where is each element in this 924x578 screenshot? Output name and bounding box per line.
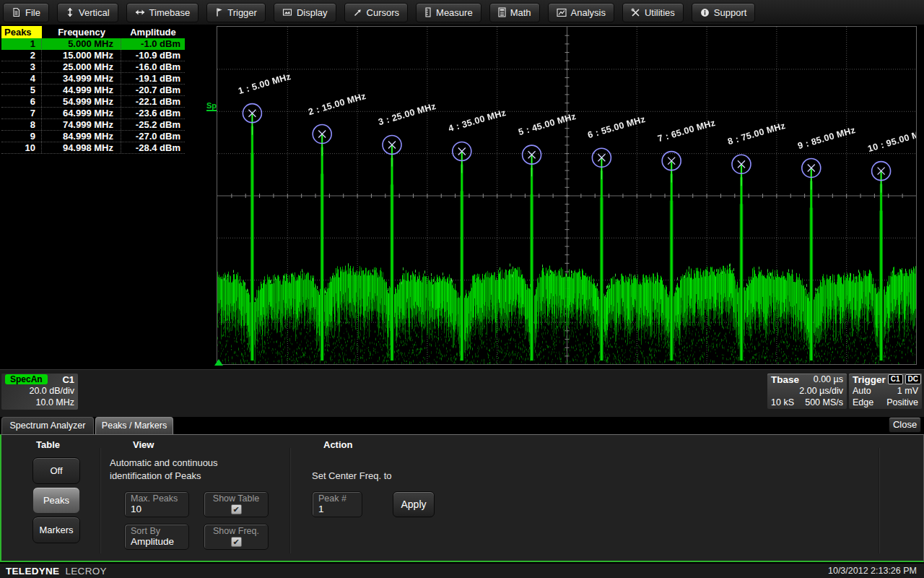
spectrum-graph[interactable]: 1 : 5.00 MHz2 : 15.00 MHz3 : 25.00 MHz4 … <box>217 26 917 365</box>
menu-timebase-label: Timebase <box>149 7 191 18</box>
menu-timebase-button[interactable]: Timebase <box>126 3 199 22</box>
table-cell: 2 <box>1 50 42 61</box>
table-cell: -20.7 dBm <box>121 85 185 95</box>
tab-peaks-markers[interactable]: Peaks / Markers <box>95 417 173 434</box>
table-cell: 44.999 MHz <box>42 85 121 95</box>
menu-display-label: Display <box>297 7 328 18</box>
clock-timestamp: 10/3/2012 2:13:26 PM <box>828 566 917 576</box>
table-cell: 9 <box>1 131 42 142</box>
table-markers-button[interactable]: Markers <box>32 517 80 543</box>
menu-cursors-button[interactable]: Cursors <box>344 3 409 22</box>
action-description: Set Center Freq. to <box>312 470 456 483</box>
peak-marker-x-icon <box>878 168 885 175</box>
peak-number-field[interactable]: Peak # 1 <box>312 491 362 517</box>
table-cell: 7 <box>1 108 42 118</box>
section-divider <box>289 448 291 553</box>
table-row[interactable]: 544.999 MHz-20.7 dBm <box>1 85 185 96</box>
menu-trigger-button[interactable]: Trigger <box>206 3 266 22</box>
table-row[interactable]: 654.999 MHz-22.1 dBm <box>1 96 185 108</box>
table-cell: 74.999 MHz <box>42 119 121 130</box>
peak-marker-layer <box>217 27 916 364</box>
action-section-header: Action <box>323 439 352 450</box>
peaks-table-header: Peaks Frequency Amplitude <box>1 26 185 38</box>
peak-number-label: Peak # <box>318 493 356 504</box>
show-table-label: Show Table <box>210 493 262 504</box>
specan-descriptor-tile[interactable]: SpecAn C1 20.0 dB/div 10.0 MHz <box>1 374 78 410</box>
table-cell: -27.0 dBm <box>121 131 185 142</box>
trigger-position-icon[interactable] <box>214 359 223 366</box>
brand-lecroy: LECROY <box>65 566 106 577</box>
trigger-title: Trigger <box>853 374 886 385</box>
table-row[interactable]: 984.999 MHz-27.0 dBm <box>1 131 185 142</box>
specan-span-value: 10.0 MHz <box>5 397 74 407</box>
close-button[interactable]: Close <box>889 417 921 433</box>
apply-button[interactable]: Apply <box>393 491 435 517</box>
table-cell: -28.4 dBm <box>121 142 185 153</box>
show-freq-label: Show Freq. <box>210 526 262 536</box>
table-cell: -1.0 dBm <box>121 38 185 49</box>
table-cell: 8 <box>1 119 42 130</box>
specan-badge: SpecAn <box>5 374 48 384</box>
menu-utilities-button[interactable]: Utilities <box>622 3 684 22</box>
max-peaks-field[interactable]: Max. Peaks 10 <box>124 491 189 517</box>
max-peaks-value: 10 <box>131 504 183 515</box>
menu-math-button[interactable]: Math <box>489 3 540 22</box>
show-table-field[interactable]: Show Table ✔ <box>204 491 269 517</box>
cursor-arrow-icon <box>353 8 362 17</box>
tbase-samples-value: 10 kS <box>771 397 794 407</box>
tbase-scale-value: 2.00 µs/div <box>771 386 843 396</box>
peaks-table-body: 15.000 MHz-1.0 dBm215.000 MHz-10.9 dBm32… <box>1 38 185 154</box>
menu-cursors-label: Cursors <box>367 7 400 18</box>
menu-display-button[interactable]: Display <box>274 3 336 22</box>
menu-measure-button[interactable]: Measure <box>416 3 481 22</box>
menu-math-label: Math <box>510 7 531 18</box>
sort-by-value: Amplitude <box>131 536 183 548</box>
table-row[interactable]: 434.999 MHz-19.1 dBm <box>1 73 185 85</box>
section-divider <box>100 448 101 553</box>
table-off-button[interactable]: Off <box>32 457 80 484</box>
tbase-title: Tbase <box>771 374 799 385</box>
menu-measure-label: Measure <box>436 7 473 18</box>
max-peaks-label: Max. Peaks <box>131 493 183 504</box>
horizontal-arrows-icon <box>135 8 145 17</box>
calculator-icon <box>498 7 506 17</box>
trigger-type-value: Edge <box>853 397 873 407</box>
sort-by-field[interactable]: Sort By Amplitude <box>124 524 189 550</box>
trigger-descriptor-tile[interactable]: Trigger C1 DC Auto 1 mV Edge Positive <box>849 374 922 409</box>
menu-support-label: Support <box>714 7 747 18</box>
peaks-header-cell: Peaks <box>1 26 42 38</box>
menu-vertical-button[interactable]: Vertical <box>57 3 118 22</box>
table-peaks-button[interactable]: Peaks <box>32 487 80 514</box>
timebase-descriptor-tile[interactable]: Tbase 0.00 µs 2.00 µs/div 10 kS 500 MS/s <box>767 374 847 409</box>
peak-marker-x-icon <box>598 154 605 161</box>
menu-support-button[interactable]: Support <box>692 3 756 22</box>
trigger-slope-value: Positive <box>886 397 918 407</box>
display-monitor-icon <box>282 8 292 17</box>
table-row[interactable]: 1094.998 MHz-28.4 dBm <box>1 142 185 154</box>
specan-channel-label: C1 <box>62 374 74 385</box>
amplitude-header-cell: Amplitude <box>121 26 185 38</box>
section-divider <box>879 448 880 553</box>
menu-analysis-label: Analysis <box>571 7 606 18</box>
trigger-coupling-badge: DC <box>905 374 921 384</box>
show-freq-checkbox[interactable]: ✔ <box>231 537 242 547</box>
table-cell: 84.999 MHz <box>42 131 121 142</box>
trigger-mode-value: Auto <box>853 386 871 396</box>
trigger-source-badge: C1 <box>888 374 903 384</box>
table-row[interactable]: 15.000 MHz-1.0 dBm <box>1 38 185 50</box>
show-freq-field[interactable]: Show Freq. ✔ <box>204 524 269 550</box>
table-row[interactable]: 764.999 MHz-23.6 dBm <box>1 108 185 119</box>
tab-spectrum-analyzer[interactable]: Spectrum Analyzer <box>1 417 94 434</box>
ruler-icon <box>424 7 432 17</box>
show-table-checkbox[interactable]: ✔ <box>231 504 242 514</box>
table-cell: -22.1 dBm <box>121 96 185 107</box>
table-row[interactable]: 325.000 MHz-16.0 dBm <box>1 61 185 73</box>
oscilloscope-app: File Vertical Timebase Trigger Display C… <box>0 0 924 578</box>
table-row[interactable]: 215.000 MHz-10.9 dBm <box>1 50 185 61</box>
table-cell: -10.9 dBm <box>121 50 185 61</box>
peak-marker-x-icon <box>808 165 815 172</box>
menu-file-button[interactable]: File <box>3 3 49 22</box>
menu-analysis-button[interactable]: Analysis <box>548 3 614 22</box>
dialog-tabs-row: Spectrum Analyzer Peaks / Markers Close <box>0 417 924 434</box>
table-row[interactable]: 874.999 MHz-25.2 dBm <box>1 119 185 131</box>
